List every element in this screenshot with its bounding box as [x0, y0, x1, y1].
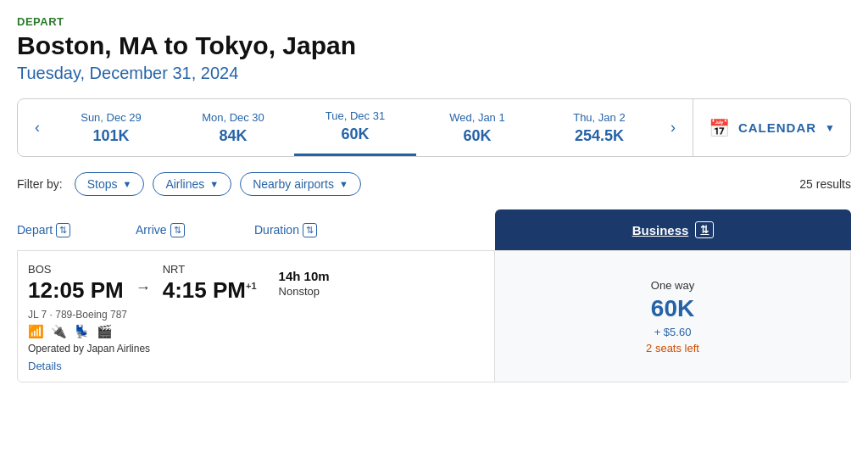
date-label-sun: Sun, Dec 29: [81, 111, 142, 124]
date-nav-dates: ‹ Sun, Dec 29 101K Mon, Dec 30 84K Tue, …: [18, 99, 693, 156]
entertainment-icon: 🎬: [97, 324, 113, 339]
date-label-thu: Thu, Jan 2: [573, 111, 625, 124]
date-item-sun[interactable]: Sun, Dec 29 101K: [50, 101, 172, 155]
calendar-icon: 📅: [709, 118, 730, 138]
nearby-airports-filter-button[interactable]: Nearby airports ▼: [240, 172, 361, 196]
flight-number: JL 7: [28, 309, 47, 321]
arrive-sort-icon[interactable]: ⇅: [170, 223, 185, 237]
duration-block: 14h 10m Nonstop: [279, 269, 330, 298]
to-airport-code: NRT: [163, 263, 257, 276]
date-label-wed: Wed, Jan 1: [449, 111, 505, 124]
arrive-col-header[interactable]: Arrive ⇅: [136, 223, 254, 237]
date-subtitle: Tuesday, December 31, 2024: [17, 64, 851, 83]
date-points-thu: 254.5K: [575, 127, 624, 145]
calendar-label: CALENDAR: [738, 120, 816, 135]
duration-col-header[interactable]: Duration ⇅: [254, 223, 373, 237]
duration-col-label: Duration: [254, 223, 299, 237]
flight-stops: Nonstop: [279, 285, 330, 298]
duration-sort-icon[interactable]: ⇅: [303, 223, 317, 237]
seat-icon: 💺: [74, 324, 90, 339]
flight-info: BOS 12:05 PM → NRT 4:15 PM+1 14h 10m Non…: [18, 251, 494, 382]
one-way-label: One way: [651, 279, 694, 292]
price-points: 60K: [651, 295, 694, 322]
from-airport-code: BOS: [28, 263, 124, 276]
arrive-col-label: Arrive: [136, 223, 167, 237]
flight-amenity-icons: 📶 🔌 💺 🎬: [28, 324, 484, 339]
flight-meta: JL 7 · 789-Boeing 787: [28, 309, 484, 321]
stops-chevron-icon: ▼: [123, 179, 132, 189]
date-item-mon[interactable]: Mon, Dec 30 84K: [172, 101, 294, 155]
airlines-label: Airlines: [165, 177, 204, 191]
depart-block: BOS 12:05 PM: [28, 263, 124, 304]
price-fees: + $5.60: [654, 326, 692, 338]
filter-by-label: Filter by:: [17, 177, 63, 191]
depart-sort-icon[interactable]: ⇅: [56, 223, 70, 237]
nearby-airports-label: Nearby airports: [253, 177, 334, 191]
arrive-block: NRT 4:15 PM+1: [163, 263, 257, 304]
calendar-button[interactable]: 📅 CALENDAR ▼: [693, 99, 850, 156]
seats-left: 2 seats left: [646, 342, 699, 355]
price-section[interactable]: One way 60K + $5.60 2 seats left: [494, 251, 850, 382]
depart-col-label: Depart: [17, 223, 53, 237]
stops-filter-button[interactable]: Stops ▼: [75, 172, 145, 196]
flight-row: BOS 12:05 PM → NRT 4:15 PM+1 14h 10m Non…: [17, 250, 851, 382]
arrive-time: 4:15 PM+1: [163, 277, 257, 304]
wifi-icon: 📶: [28, 324, 44, 339]
date-points-wed: 60K: [463, 127, 491, 145]
date-nav-bar: ‹ Sun, Dec 29 101K Mon, Dec 30 84K Tue, …: [17, 98, 851, 157]
route-title: Boston, MA to Tokyo, Japan: [17, 31, 851, 60]
flight-times: BOS 12:05 PM → NRT 4:15 PM+1 14h 10m Non…: [28, 263, 484, 304]
date-points-sun: 101K: [92, 127, 129, 145]
stops-label: Stops: [87, 177, 118, 191]
business-sort-icon[interactable]: ⇅: [695, 221, 714, 238]
depart-time: 12:05 PM: [28, 277, 124, 304]
date-item-thu[interactable]: Thu, Jan 2 254.5K: [538, 101, 660, 155]
arrive-time-value: 4:15 PM: [163, 277, 246, 303]
results-header: Depart ⇅ Arrive ⇅ Duration ⇅ Business ⇅: [17, 209, 851, 250]
power-icon: 🔌: [51, 324, 67, 339]
depart-col-header[interactable]: Depart ⇅: [17, 223, 136, 237]
results-col-headers: Depart ⇅ Arrive ⇅ Duration ⇅: [17, 209, 495, 250]
date-label-tue: Tue, Dec 31: [326, 109, 385, 122]
next-date-arrow[interactable]: ›: [660, 119, 686, 137]
date-points-tue: 60K: [341, 126, 369, 143]
date-item-wed[interactable]: Wed, Jan 1 60K: [416, 101, 538, 155]
prev-date-arrow[interactable]: ‹: [25, 119, 50, 137]
date-label-mon: Mon, Dec 30: [202, 111, 264, 124]
operated-by: Operated by Japan Airlines: [28, 343, 484, 355]
depart-label: DEPART: [17, 15, 851, 28]
business-col-header[interactable]: Business ⇅: [495, 209, 851, 250]
results-count: 25 results: [799, 177, 851, 191]
filter-bar: Filter by: Stops ▼ Airlines ▼ Nearby air…: [17, 172, 851, 196]
business-col-label: Business: [632, 223, 689, 237]
aircraft-type: 789-Boeing 787: [55, 309, 127, 321]
date-item-tue[interactable]: Tue, Dec 31 60K: [294, 99, 416, 156]
nearby-airports-chevron-icon: ▼: [339, 179, 348, 189]
airlines-chevron-icon: ▼: [209, 179, 219, 189]
flight-arrow-icon: →: [136, 279, 151, 297]
plus-days: +1: [246, 281, 257, 291]
details-link[interactable]: Details: [28, 360, 62, 372]
date-points-mon: 84K: [219, 127, 247, 145]
flight-duration: 14h 10m: [279, 269, 330, 283]
airlines-filter-button[interactable]: Airlines ▼: [153, 172, 231, 196]
calendar-chevron-icon: ▼: [825, 122, 835, 134]
